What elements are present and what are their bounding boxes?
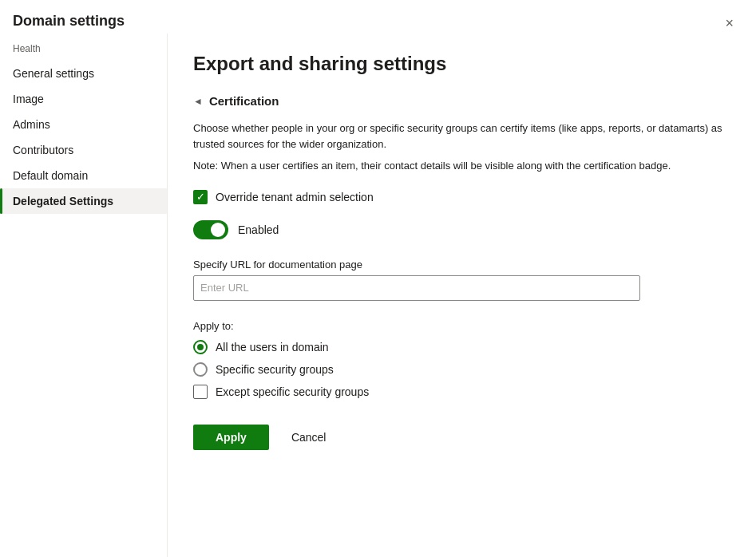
- toggle-label: Enabled: [238, 223, 279, 236]
- dialog-body: Health General settings Image Admins Con…: [0, 34, 756, 557]
- override-checkbox-row: ✓ Override tenant admin selection: [193, 190, 730, 204]
- url-label: Specify URL for documentation page: [193, 259, 730, 271]
- sidebar-item-contributors[interactable]: Contributors: [0, 137, 167, 163]
- except-checkbox-row: Except specific security groups: [193, 385, 730, 399]
- dialog: Domain settings × Health General setting…: [0, 0, 756, 557]
- radio-specific-groups-row: Specific security groups: [193, 362, 730, 377]
- checkmark-icon: ✓: [196, 192, 205, 202]
- section-description: Choose whether people in your org or spe…: [193, 120, 730, 152]
- sidebar-item-delegated-settings[interactable]: Delegated Settings: [0, 188, 167, 214]
- radio-all-users[interactable]: [193, 340, 208, 354]
- sidebar-item-general-settings[interactable]: General settings: [0, 61, 167, 86]
- radio-specific-groups[interactable]: [193, 362, 208, 377]
- enabled-toggle[interactable]: [193, 220, 228, 239]
- radio-all-users-row: All the users in domain: [193, 340, 730, 354]
- sidebar-item-image[interactable]: Image: [0, 86, 167, 112]
- sidebar-item-default-domain[interactable]: Default domain: [0, 163, 167, 188]
- except-checkbox[interactable]: [193, 385, 208, 399]
- apply-button[interactable]: Apply: [193, 425, 269, 450]
- close-button[interactable]: ×: [718, 13, 740, 34]
- dialog-header: Domain settings ×: [0, 0, 756, 34]
- dialog-title: Domain settings: [13, 13, 125, 30]
- radio-all-users-label: All the users in domain: [216, 341, 329, 354]
- enabled-toggle-row: Enabled: [193, 220, 730, 239]
- override-checkbox-label: Override tenant admin selection: [216, 191, 374, 203]
- apply-to-section: Apply to: All the users in domain Specif…: [193, 320, 730, 399]
- url-input[interactable]: [193, 275, 640, 301]
- sidebar-subtitle: Health: [0, 40, 167, 61]
- apply-to-label: Apply to:: [193, 320, 730, 332]
- url-section: Specify URL for documentation page: [193, 259, 730, 320]
- action-buttons: Apply Cancel: [193, 425, 730, 450]
- page-title: Export and sharing settings: [193, 53, 730, 75]
- except-checkbox-label: Except specific security groups: [216, 385, 369, 398]
- toggle-thumb: [211, 223, 225, 237]
- cancel-button[interactable]: Cancel: [279, 425, 339, 450]
- chevron-icon: ◄: [193, 96, 203, 107]
- section-title: Certification: [209, 94, 279, 108]
- certification-section: ◄ Certification Choose whether people in…: [193, 94, 730, 450]
- main-content: Export and sharing settings ◄ Certificat…: [168, 34, 756, 557]
- sidebar-item-admins[interactable]: Admins: [0, 112, 167, 137]
- radio-specific-groups-label: Specific security groups: [216, 363, 334, 376]
- radio-inner: [197, 344, 204, 350]
- sidebar: Health General settings Image Admins Con…: [0, 34, 168, 557]
- section-header[interactable]: ◄ Certification: [193, 94, 730, 108]
- override-checkbox[interactable]: ✓: [193, 190, 208, 204]
- section-note: Note: When a user certifies an item, the…: [193, 158, 730, 174]
